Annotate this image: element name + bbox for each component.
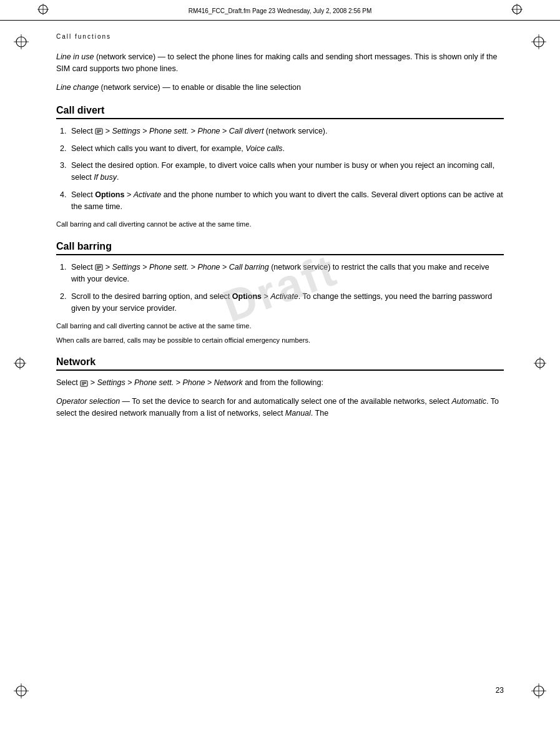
operator-selection-para: Operator selection — To set the device t… [56, 396, 504, 420]
corner-mark-br [531, 683, 546, 701]
side-mark-right [534, 357, 546, 372]
header-corner-tr-deco [511, 4, 523, 17]
call-barring-list: Select > Settings > Phone sett. > Phone … [69, 262, 504, 315]
content-area: Call functions Line in use (network serv… [0, 21, 560, 464]
list-item: Select > Settings > Phone sett. > Phone … [69, 262, 504, 286]
call-divert-title: Call divert [56, 105, 504, 119]
operator-selection-text: — To set the device to search for and au… [56, 397, 499, 418]
list-item: Select Options > Activate and the phone … [69, 189, 504, 213]
call-barring-title: Call barring [56, 241, 504, 255]
network-title: Network [56, 356, 504, 371]
step3-text: Select the desired option. For example, … [71, 161, 494, 182]
header-text: RM416_FCC_Draft.fm Page 23 Wednesday, Ju… [189, 7, 372, 14]
network-intro-rest: > Settings > Phone sett. > Phone > Netwo… [91, 378, 323, 387]
line-in-use-text: (network service) — to select the phone … [56, 52, 497, 73]
step2-text: Select which calls you want to divert, f… [71, 144, 285, 153]
step4-text: Select Options > Activate and the phone … [71, 190, 503, 211]
barring-step1-text: Select [71, 263, 95, 272]
step1-text: Select [71, 127, 95, 135]
corner-mark-tl [14, 34, 29, 52]
step1-rest: > Settings > Phone sett. > Phone > Call … [106, 127, 328, 135]
line-change-label: Line change [56, 83, 99, 92]
corner-mark-tr [531, 34, 546, 52]
page-number: 23 [496, 686, 504, 695]
list-item: Scroll to the desired barring option, an… [69, 291, 504, 315]
line-in-use-label: Line in use [56, 52, 94, 61]
list-item: Select which calls you want to divert, f… [69, 143, 504, 155]
call-barring-note1: Call barring and call diverting cannot b… [56, 321, 504, 331]
header-bar: RM416_FCC_Draft.fm Page 23 Wednesday, Ju… [0, 0, 560, 21]
line-change-text: (network service) — to enable or disable… [99, 83, 301, 92]
call-barring-note2: When calls are barred, calls may be poss… [56, 335, 504, 346]
page: RM416_FCC_Draft.fm Page 23 Wednesday, Ju… [0, 0, 560, 729]
line-in-use-para: Line in use (network service) — to selec… [56, 51, 504, 76]
call-divert-note: Call barring and call diverting cannot b… [56, 219, 504, 230]
menu-icon-2 [95, 263, 105, 272]
operator-selection-label: Operator selection [56, 397, 120, 406]
side-mark-left [14, 357, 26, 372]
corner-mark-bl [14, 683, 29, 701]
call-divert-list: Select > Settings > Phone sett. > Phone … [69, 125, 504, 213]
barring-step1-rest: > Settings > Phone sett. > Phone > Call … [71, 263, 489, 283]
barring-step2-text: Scroll to the desired barring option, an… [71, 292, 492, 313]
menu-icon-3 [80, 378, 90, 387]
chapter-title: Call functions [56, 33, 504, 40]
network-intro-para: Select > Settings > Phone sett. > Phone … [56, 377, 504, 389]
line-change-para: Line change (network service) — to enabl… [56, 82, 504, 94]
header-corner-tl-deco [37, 4, 49, 17]
menu-icon-1 [95, 127, 105, 135]
list-item: Select the desired option. For example, … [69, 160, 504, 184]
network-intro-select: Select [56, 378, 80, 387]
list-item: Select > Settings > Phone sett. > Phone … [69, 125, 504, 137]
